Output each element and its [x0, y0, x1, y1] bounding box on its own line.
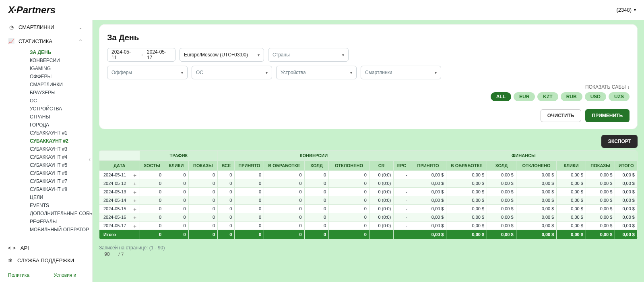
sidebar-item[interactable]: СУБАККАУНТ #7	[30, 177, 91, 185]
currency-chip-uzs[interactable]: UZS	[609, 92, 630, 101]
currency-chip-all[interactable]: ALL	[491, 92, 511, 101]
th-cr[interactable]: CR	[369, 161, 393, 171]
cell: 0	[329, 213, 369, 222]
sidebar-section-smartlinks[interactable]: ◔СМАРТЛИНКИ ⌄	[0, 20, 91, 34]
th-f-rejected[interactable]: ОТКЛОНЕНО	[516, 161, 557, 171]
th-f-clicks[interactable]: КЛИКИ	[557, 161, 586, 171]
th-shows[interactable]: ПОКАЗЫ	[188, 161, 218, 171]
sidebar-item[interactable]: МОБИЛЬНЫЙ ОПЕРАТОР	[30, 226, 91, 234]
sidebar-item[interactable]: ГОРОДА	[30, 121, 91, 129]
table-row: 2024-05-11+000000000 (0:0)-0,00 $0,00 $0…	[99, 171, 638, 179]
th-f-hold[interactable]: ХОЛД	[487, 161, 516, 171]
sidebar-item[interactable]: EVENTS	[30, 201, 91, 209]
sidebar-item[interactable]: СУБАККАУНТ #5	[30, 161, 91, 169]
sidebar-item-support[interactable]: ❄ СЛУЖБА ПОДДЕРЖКИ	[8, 254, 84, 267]
currency-chip-kzt[interactable]: KZT	[537, 92, 558, 101]
export-button[interactable]: ЭКСПОРТ	[601, 135, 638, 148]
sidebar-item[interactable]: СУБАККАУНТ #6	[30, 169, 91, 177]
th-all[interactable]: ВСЕ	[218, 161, 235, 171]
sidebar-item[interactable]: ДОПОЛНИТЕЛЬНЫЕ СОБЫТИЯ	[30, 209, 91, 218]
devices-select[interactable]: Устройства ▾	[276, 66, 357, 79]
cell: 0	[235, 179, 264, 188]
expand-row-icon[interactable]: +	[133, 223, 136, 229]
expand-row-icon[interactable]: +	[133, 181, 136, 187]
th-blank	[99, 151, 140, 161]
expand-row-icon[interactable]: +	[133, 206, 136, 212]
sidebar-item[interactable]: СУБАККАУНТ #2	[30, 137, 91, 145]
th-hold[interactable]: ХОЛД	[304, 161, 328, 171]
th-hosts[interactable]: ХОСТЫ	[140, 161, 164, 171]
cell: 0	[218, 196, 235, 205]
sidebar-item[interactable]: БРАУЗЕРЫ	[30, 89, 91, 97]
toggle-show-subs[interactable]: ПОКАЗАТЬ САБЫ ↓	[107, 83, 630, 92]
support-icon: ❄	[8, 257, 12, 263]
timezone-select[interactable]: Europe/Moscow (UTC+03:00) ▾	[180, 48, 264, 62]
currency-chip-usd[interactable]: USD	[585, 92, 606, 101]
th-f-accepted[interactable]: ПРИНЯТО	[410, 161, 446, 171]
cell: 0	[235, 188, 264, 196]
countries-select[interactable]: Страны ▾	[268, 48, 349, 62]
cell: 0,00 $	[586, 196, 615, 205]
label: API	[21, 245, 29, 251]
cell: 0,00 $	[410, 213, 446, 222]
expand-row-icon[interactable]: +	[133, 215, 136, 221]
cell: 0,00 $	[410, 196, 446, 205]
date-to: 2024-05-17	[147, 49, 171, 60]
terms-link[interactable]: Условия и	[54, 272, 76, 278]
cell: 0	[140, 179, 164, 188]
sidebar-item[interactable]: КОНВЕРСИИ	[30, 56, 91, 64]
th-f-processing[interactable]: В ОБРАБОТКЕ	[446, 161, 487, 171]
th-epc[interactable]: EPC	[394, 161, 410, 171]
collapse-sidebar-handle[interactable]: ‹	[89, 156, 91, 162]
policy-link[interactable]: Политика	[8, 272, 29, 278]
expand-row-icon[interactable]: +	[133, 198, 136, 204]
offers-select[interactable]: Офферы ▾	[107, 66, 188, 79]
sidebar-item-api[interactable]: < > API	[8, 242, 84, 254]
smartlinks-select[interactable]: Смартлинки ▾	[361, 66, 441, 79]
cell: 0	[329, 196, 369, 205]
clear-button[interactable]: ОЧИСТИТЬ	[541, 109, 581, 122]
th-f-shows[interactable]: ПОКАЗЫ	[586, 161, 615, 171]
cell: 0,00 $	[557, 196, 586, 205]
os-select[interactable]: ОС ▾	[192, 66, 272, 79]
sidebar-item[interactable]: СУБАККАУНТ #1	[30, 129, 91, 137]
sidebar-item[interactable]: IGAMING	[30, 64, 91, 73]
sidebar-item[interactable]: СТРАНЫ	[30, 113, 91, 121]
expand-row-icon[interactable]: +	[133, 189, 136, 195]
cell: 0,00 $	[586, 179, 615, 188]
th-date[interactable]: ДАТА	[99, 161, 140, 171]
sidebar-footer: < > API ❄ СЛУЖБА ПОДДЕРЖКИ	[0, 234, 92, 270]
brand-logo: X·Partners	[8, 4, 56, 16]
th-processing[interactable]: В ОБРАБОТКЕ	[264, 161, 305, 171]
sidebar-item[interactable]: СМАРТЛИНКИ	[30, 81, 91, 89]
th-clicks[interactable]: КЛИКИ	[164, 161, 188, 171]
currency-chip-eur[interactable]: EUR	[514, 92, 535, 101]
th-accepted[interactable]: ПРИНЯТО	[235, 161, 264, 171]
expand-row-icon[interactable]: +	[133, 172, 136, 178]
sidebar-section-statistics[interactable]: 📈СТАТИСТИКА ⌃	[0, 34, 91, 48]
chevron-down-icon: ▾	[435, 70, 437, 75]
th-f-total[interactable]: ИТОГО	[615, 161, 638, 171]
cell: 0,00 $	[615, 188, 638, 196]
per-page-input[interactable]: 90	[99, 251, 115, 258]
sidebar-item[interactable]: ОФФЕРЫ	[30, 73, 91, 81]
sidebar-item[interactable]: ЗА ДЕНЬ	[30, 48, 91, 56]
cell: 0	[164, 205, 188, 213]
cell: 0	[329, 222, 369, 230]
date-range-picker[interactable]: 2024-05-11 → 2024-05-17	[107, 48, 175, 62]
sidebar-item[interactable]: ЦЕЛИ	[30, 193, 91, 201]
cell: 0,00 $	[557, 179, 586, 188]
sidebar-item[interactable]: ОС	[30, 97, 91, 105]
sidebar-item[interactable]: СУБАККАУНТ #3	[30, 145, 91, 153]
account-selector[interactable]: (2348) ▾	[616, 7, 636, 13]
sidebar-item[interactable]: СУБАККАУНТ #4	[30, 153, 91, 161]
apply-button[interactable]: ПРИМЕНИТЬ	[585, 109, 630, 122]
date-cell: 2024-05-16+	[99, 213, 140, 222]
currency-chip-rub[interactable]: RUB	[561, 92, 582, 101]
cell: 0	[264, 205, 305, 213]
sidebar-item[interactable]: РЕФЕРАЛЫ	[30, 218, 91, 226]
total-label: Итого	[99, 230, 140, 239]
sidebar-item[interactable]: УСТРОЙСТВА	[30, 105, 91, 113]
th-rejected[interactable]: ОТКЛОНЕНО	[329, 161, 369, 171]
sidebar-item[interactable]: СУБАККАУНТ #8	[30, 185, 91, 193]
